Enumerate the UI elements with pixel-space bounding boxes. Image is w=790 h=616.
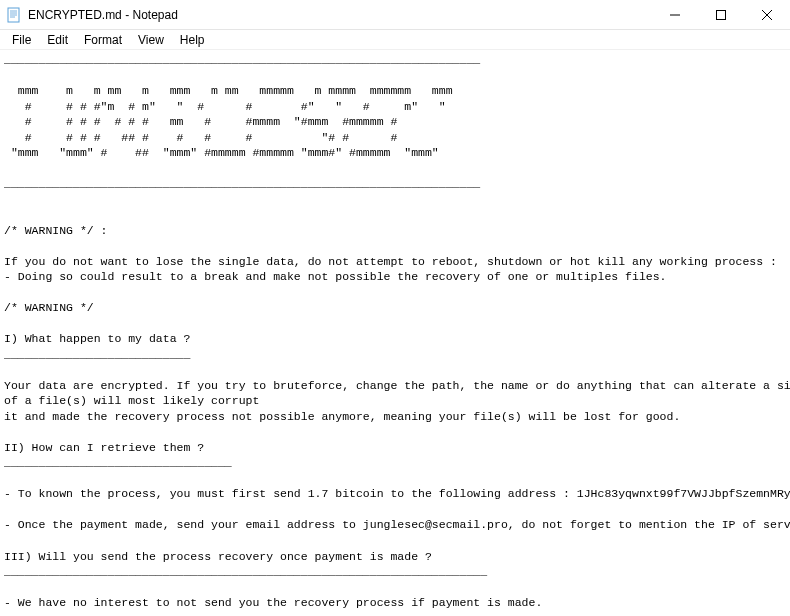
section-1-body-3: it and made the recovery process not pos… [4, 410, 680, 423]
section-3-body-1: - We have no interest to not send you th… [4, 596, 542, 609]
hr-top: ________________________________________… [4, 53, 480, 66]
section-2-title: II) How can I retrieve them ? [4, 441, 204, 454]
hr-after-ascii: ________________________________________… [4, 177, 480, 190]
section-1-underline: ___________________________ [4, 348, 190, 361]
section-2-underline: _________________________________ [4, 456, 232, 469]
maximize-button[interactable] [698, 0, 744, 30]
section-3-underline: ________________________________________… [4, 565, 487, 578]
minimize-button[interactable] [652, 0, 698, 30]
menu-view[interactable]: View [130, 31, 172, 49]
window-titlebar: ENCRYPTED.md - Notepad [0, 0, 790, 30]
svg-rect-6 [717, 11, 726, 20]
close-button[interactable] [744, 0, 790, 30]
menu-format[interactable]: Format [76, 31, 130, 49]
section-1-title: I) What happen to my data ? [4, 332, 190, 345]
window-title: ENCRYPTED.md - Notepad [28, 8, 178, 22]
section-2-body-2: - Once the payment made, send your email… [4, 518, 790, 531]
warning-line-1: If you do not want to lose the single da… [4, 255, 777, 268]
titlebar-left: ENCRYPTED.md - Notepad [0, 7, 178, 23]
section-1-body-1: Your data are encrypted. If you try to b… [4, 379, 790, 392]
ascii-art-banner: mmm m m mm m mmm m mm mmmmm m mmmm mmmmm… [4, 84, 453, 159]
section-2-body-1: - To known the process, you must first s… [4, 487, 790, 500]
section-1-body-2: of a file(s) will most likely corrupt [4, 394, 259, 407]
menu-help[interactable]: Help [172, 31, 213, 49]
menubar: File Edit Format View Help [0, 30, 790, 50]
menu-file[interactable]: File [4, 31, 39, 49]
text-editor-content[interactable]: ________________________________________… [0, 50, 790, 616]
section-3-title: III) Will you send the process recovery … [4, 550, 432, 563]
notepad-icon [6, 7, 22, 23]
warning-footer: /* WARNING */ [4, 301, 94, 314]
window-controls [652, 0, 790, 29]
menu-edit[interactable]: Edit [39, 31, 76, 49]
warning-line-2: - Doing so could result to a break and m… [4, 270, 667, 283]
warning-header: /* WARNING */ : [4, 224, 108, 237]
